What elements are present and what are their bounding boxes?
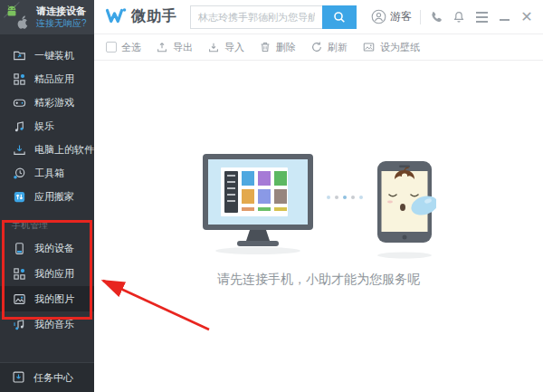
sidebar-item-my-pictures[interactable]: 我的图片 xyxy=(0,286,94,311)
content-area: 请先连接手机，小助才能为您服务呢 xyxy=(94,61,543,392)
user-label: 游客 xyxy=(390,9,412,24)
sidebar-item-label: 精品应用 xyxy=(34,72,74,86)
toolbar-label: 全选 xyxy=(121,41,141,54)
app-title: 微助手 xyxy=(131,7,177,26)
sidebar-item-label: 电脑上的软件 xyxy=(34,143,94,157)
app-mover-icon xyxy=(12,189,26,204)
sidebar-item-label: 我的音乐 xyxy=(34,318,74,331)
sidebar-item-toolbox[interactable]: 工具箱 xyxy=(0,161,94,185)
sidebar-item-label: 我的设备 xyxy=(34,242,74,255)
connect-status: 请连接设备 xyxy=(36,5,87,18)
connect-phone-illustration xyxy=(201,154,436,261)
connect-help-link[interactable]: 连接无响应? xyxy=(36,18,87,30)
checkbox-icon[interactable] xyxy=(106,42,117,53)
search-button[interactable] xyxy=(322,5,357,29)
wallpaper-icon xyxy=(362,41,376,53)
refresh-button[interactable]: 刷新 xyxy=(310,41,348,54)
divider xyxy=(420,10,421,24)
import-icon xyxy=(207,41,220,53)
platform-icons xyxy=(5,3,32,32)
sidebar-item-label: 精彩游戏 xyxy=(34,96,74,110)
toolbar-label: 导出 xyxy=(173,41,193,54)
minimize-icon[interactable] xyxy=(497,10,511,24)
sidebar-item-app-mover[interactable]: 应用搬家 xyxy=(0,185,94,208)
select-all-button[interactable]: 全选 xyxy=(106,41,141,54)
sleeping-phone-graphic xyxy=(377,161,436,243)
sidebar-item-one-key-install[interactable]: 一键装机 xyxy=(0,43,94,67)
connection-dots xyxy=(327,196,363,199)
sidebar-item-label: 我的图片 xyxy=(34,292,74,306)
toolbar-label: 设为壁纸 xyxy=(380,41,420,54)
sidebar-item-featured-apps[interactable]: 精品应用 xyxy=(0,67,94,91)
section-label-phone-management: 手机管理 xyxy=(0,208,94,235)
sidebar-item-task-center[interactable]: 任务中心 xyxy=(0,362,94,392)
sidebar-item-label: 一键装机 xyxy=(34,49,74,62)
titlebar: 微助手 游客 xyxy=(94,0,543,34)
titlebar-controls: 游客 ✕ xyxy=(371,9,534,24)
device-icon xyxy=(12,241,26,255)
toolbar-label: 导入 xyxy=(224,41,244,54)
search-icon xyxy=(333,11,346,24)
export-button[interactable]: 导出 xyxy=(156,41,193,54)
sidebar-item-label: 应用搬家 xyxy=(34,190,74,204)
sidebar-main-menu: 一键装机 精品应用 精彩游戏 娱乐 xyxy=(0,43,94,208)
search-input[interactable] xyxy=(190,5,322,29)
apple-icon xyxy=(15,14,29,30)
toolbar-label: 刷新 xyxy=(328,41,348,54)
sidebar-item-pc-software[interactable]: 电脑上的软件 xyxy=(0,138,94,161)
install-icon xyxy=(12,48,26,62)
sidebar-phone-menu: 我的设备 我的应用 我的图片 我的音乐 xyxy=(0,235,94,337)
trash-icon xyxy=(259,41,272,53)
music-icon xyxy=(12,317,26,331)
sidebar-item-label: 任务中心 xyxy=(33,371,73,385)
game-icon xyxy=(12,95,26,110)
sidebar-item-my-device[interactable]: 我的设备 xyxy=(0,235,94,261)
phone-call-icon[interactable] xyxy=(429,10,443,24)
sidebar: 请连接设备 连接无响应? 一键装机 精品应用 精彩游戏 xyxy=(0,0,94,392)
sidebar-item-my-music[interactable]: 我的音乐 xyxy=(0,311,94,337)
app-window: 请连接设备 连接无响应? 一键装机 精品应用 精彩游戏 xyxy=(0,0,543,392)
music-icon xyxy=(12,119,26,133)
bell-icon[interactable] xyxy=(452,10,466,24)
refresh-icon xyxy=(310,41,323,53)
apps-icon xyxy=(12,266,26,281)
sidebar-item-label: 工具箱 xyxy=(34,167,64,180)
monitor-graphic xyxy=(203,154,313,246)
sidebar-item-games[interactable]: 精彩游戏 xyxy=(0,91,94,114)
pictures-icon xyxy=(12,292,26,306)
sidebar-item-label: 娱乐 xyxy=(34,120,54,133)
set-wallpaper-button[interactable]: 设为壁纸 xyxy=(362,41,420,54)
menu-icon[interactable] xyxy=(474,10,489,24)
device-connect-area[interactable]: 请连接设备 连接无响应? xyxy=(0,0,94,34)
close-icon[interactable]: ✕ xyxy=(519,10,534,24)
import-button[interactable]: 导入 xyxy=(207,41,244,54)
empty-state-message: 请先连接手机，小助才能为您服务呢 xyxy=(217,272,420,288)
search-box xyxy=(190,5,357,29)
user-icon xyxy=(371,9,386,24)
toolbox-icon xyxy=(12,166,26,180)
logo-w-icon xyxy=(105,7,127,29)
sidebar-item-label: 我的应用 xyxy=(34,267,74,281)
pc-software-icon xyxy=(12,142,26,157)
export-icon xyxy=(156,41,168,53)
task-download-icon xyxy=(12,370,25,386)
apps-icon xyxy=(12,72,26,86)
main-area: 微助手 游客 xyxy=(94,0,543,392)
sidebar-item-my-apps[interactable]: 我的应用 xyxy=(0,261,94,286)
sidebar-item-entertainment[interactable]: 娱乐 xyxy=(0,114,94,138)
toolbar: 全选 导出 导入 删除 刷新 设为壁纸 xyxy=(94,34,543,61)
user-account[interactable]: 游客 xyxy=(371,9,412,24)
toolbar-label: 删除 xyxy=(276,41,296,54)
delete-button[interactable]: 删除 xyxy=(259,41,296,54)
